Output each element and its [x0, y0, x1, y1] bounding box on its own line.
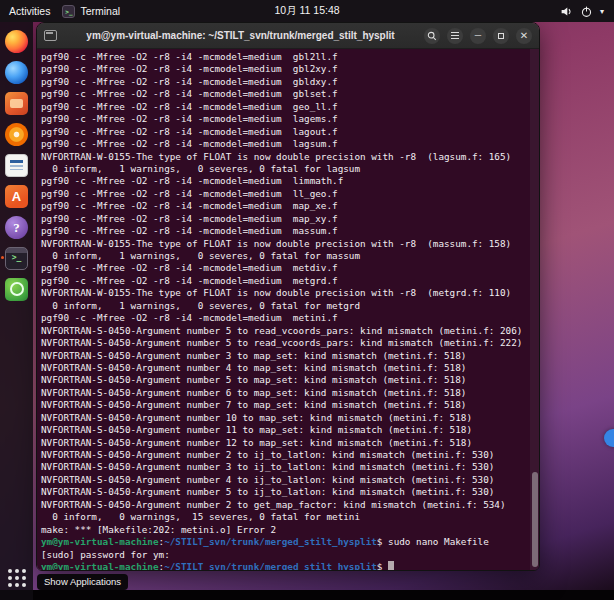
dock-item-ubuntu-software[interactable]: A: [4, 183, 30, 209]
rhythmbox-icon: [5, 123, 28, 146]
terminal-line: pgf90 -c -Mfree -O2 -r8 -i4 -mcmodel=med…: [41, 188, 527, 200]
terminal-line: NVFORTRAN-S-0450-Argument number 10 to m…: [41, 412, 527, 424]
terminal-scrollbar[interactable]: [530, 49, 539, 570]
libreoffice-writer-icon: [5, 154, 28, 177]
terminal-icon: >_: [5, 247, 28, 270]
terminal-line: 0 inform, 1 warnings, 0 severes, 0 fatal…: [41, 163, 527, 175]
terminal-line: pgf90 -c -Mfree -O2 -r8 -i4 -mcmodel=med…: [41, 175, 527, 187]
show-applications-button[interactable]: [4, 565, 30, 591]
dock-item-terminal[interactable]: >_: [4, 245, 30, 271]
terminal-line: NVFORTRAN-S-0450-Argument number 4 to ij…: [41, 474, 527, 486]
dock-item-rhythmbox[interactable]: [4, 121, 30, 147]
maximize-button[interactable]: [493, 28, 509, 44]
scrollbar-thumb[interactable]: [532, 472, 538, 567]
terminal-line: NVFORTRAN-S-0450-Argument number 2 to ge…: [41, 499, 527, 511]
terminal-line: NVFORTRAN-S-0450-Argument number 7 to ma…: [41, 399, 527, 411]
terminal-headerbar[interactable]: ym@ym-virtual-machine: ~/STILT_svn/trunk…: [37, 23, 539, 49]
terminal-line: make: *** [Makefile:202: metini.o] Error…: [41, 524, 527, 536]
terminal-output[interactable]: pgf90 -c -Mfree -O2 -r8 -i4 -mcmodel=med…: [37, 49, 539, 570]
files-icon: [5, 92, 28, 115]
search-button[interactable]: [424, 28, 440, 44]
terminal-line: [sudo] password for ym:: [41, 549, 527, 561]
terminal-line: ym@ym-virtual-machine:~/STILT_svn/trunk/…: [41, 561, 527, 570]
terminal-line: NVFORTRAN-S-0450-Argument number 5 to ma…: [41, 374, 527, 386]
clock[interactable]: 10月 11 15:48: [274, 4, 339, 18]
terminal-line: pgf90 -c -Mfree -O2 -r8 -i4 -mcmodel=med…: [41, 51, 527, 63]
bottom-strip: [0, 590, 614, 600]
dock-item-firefox[interactable]: [4, 28, 30, 54]
terminal-line: pgf90 -c -Mfree -O2 -r8 -i4 -mcmodel=med…: [41, 312, 527, 324]
terminal-line: NVFORTRAN-S-0450-Argument number 5 to re…: [41, 337, 527, 349]
terminal-line: 0 inform, 1 warnings, 0 severes, 0 fatal…: [41, 300, 527, 312]
hamburger-icon: [451, 32, 459, 40]
caret-down-icon: ▾: [600, 7, 604, 16]
dock-item-help[interactable]: ?: [4, 214, 30, 240]
terminal-line: pgf90 -c -Mfree -O2 -r8 -i4 -mcmodel=med…: [41, 213, 527, 225]
terminal-line: pgf90 -c -Mfree -O2 -r8 -i4 -mcmodel=med…: [41, 126, 527, 138]
desktop: Activities >_ Terminal 10月 11 15:48 ▾ A …: [0, 0, 614, 600]
terminal-line: pgf90 -c -Mfree -O2 -r8 -i4 -mcmodel=med…: [41, 225, 527, 237]
terminal-line: pgf90 -c -Mfree -O2 -r8 -i4 -mcmodel=med…: [41, 63, 527, 75]
terminal-line: NVFORTRAN-S-0450-Argument number 3 to ij…: [41, 461, 527, 473]
terminal-line: NVFORTRAN-S-0450-Argument number 6 to ma…: [41, 387, 527, 399]
dock-item-software-updater[interactable]: [4, 276, 30, 302]
terminal-line: 0 inform, 1 warnings, 0 severes, 0 fatal…: [41, 250, 527, 262]
terminal-line: NVFORTRAN-S-0450-Argument number 2 to ij…: [41, 449, 527, 461]
terminal-line: NVFORTRAN-S-0450-Argument number 5 to re…: [41, 325, 527, 337]
terminal-line: 0 inform, 0 warnings, 15 severes, 0 fata…: [41, 511, 527, 523]
terminal-app-icon: >_: [62, 5, 75, 18]
dock-item-libreoffice-writer[interactable]: [4, 152, 30, 178]
help-icon: ?: [5, 216, 28, 239]
terminal-line: pgf90 -c -Mfree -O2 -r8 -i4 -mcmodel=med…: [41, 262, 527, 274]
thunderbird-icon: [5, 61, 28, 84]
volume-icon: [560, 5, 573, 18]
terminal-window: ym@ym-virtual-machine: ~/STILT_svn/trunk…: [36, 22, 540, 571]
focused-app-name: Terminal: [80, 5, 120, 17]
terminal-line: pgf90 -c -Mfree -O2 -r8 -i4 -mcmodel=med…: [41, 88, 527, 100]
terminal-line: NVFORTRAN-S-0450-Argument number 4 to ma…: [41, 362, 527, 374]
close-button[interactable]: ✕: [516, 28, 532, 44]
terminal-line: NVFORTRAN-W-0155-The type of FLOAT is no…: [41, 151, 527, 163]
terminal-line: NVFORTRAN-S-0450-Argument number 3 to ma…: [41, 350, 527, 362]
search-icon: [427, 31, 437, 41]
terminal-window-title: ym@ym-virtual-machine: ~/STILT_svn/trunk…: [64, 30, 417, 41]
terminal-line: pgf90 -c -Mfree -O2 -r8 -i4 -mcmodel=med…: [41, 275, 527, 287]
terminal-line: NVFORTRAN-S-0450-Argument number 12 to m…: [41, 437, 527, 449]
terminal-line: NVFORTRAN-S-0450-Argument number 5 to ij…: [41, 486, 527, 498]
minimize-button[interactable]: ─: [470, 28, 486, 44]
terminal-line: ym@ym-virtual-machine:~/STILT_svn/trunk/…: [41, 536, 527, 548]
dock-item-thunderbird[interactable]: [4, 59, 30, 85]
show-applications-tooltip: Show Applications: [37, 574, 128, 590]
dock: A ? >_: [0, 22, 33, 600]
top-bar: Activities >_ Terminal 10月 11 15:48 ▾: [0, 0, 614, 22]
menu-button[interactable]: [447, 28, 463, 44]
activities-button[interactable]: Activities: [9, 5, 50, 17]
terminal-line: pgf90 -c -Mfree -O2 -r8 -i4 -mcmodel=med…: [41, 200, 527, 212]
maximize-icon: [498, 33, 504, 39]
terminal-line: pgf90 -c -Mfree -O2 -r8 -i4 -mcmodel=med…: [41, 138, 527, 150]
terminal-line: NVFORTRAN-W-0155-The type of FLOAT is no…: [41, 238, 527, 250]
power-icon: [580, 5, 593, 18]
firefox-icon: [5, 30, 28, 53]
terminal-line: NVFORTRAN-S-0450-Argument number 11 to m…: [41, 424, 527, 436]
screen-edge-blue-circle[interactable]: [604, 429, 614, 447]
dock-item-files[interactable]: [4, 90, 30, 116]
show-applications-icon: [8, 569, 26, 587]
terminal-tab-icon[interactable]: [44, 30, 57, 41]
software-updater-icon: [5, 278, 28, 301]
focused-app-indicator[interactable]: >_ Terminal: [62, 5, 120, 18]
terminal-line: NVFORTRAN-W-0155-The type of FLOAT is no…: [41, 287, 527, 299]
terminal-line: pgf90 -c -Mfree -O2 -r8 -i4 -mcmodel=med…: [41, 101, 527, 113]
ubuntu-software-icon: A: [5, 185, 28, 208]
terminal-line: pgf90 -c -Mfree -O2 -r8 -i4 -mcmodel=med…: [41, 76, 527, 88]
terminal-line: pgf90 -c -Mfree -O2 -r8 -i4 -mcmodel=med…: [41, 113, 527, 125]
system-tray[interactable]: ▾: [560, 5, 614, 18]
